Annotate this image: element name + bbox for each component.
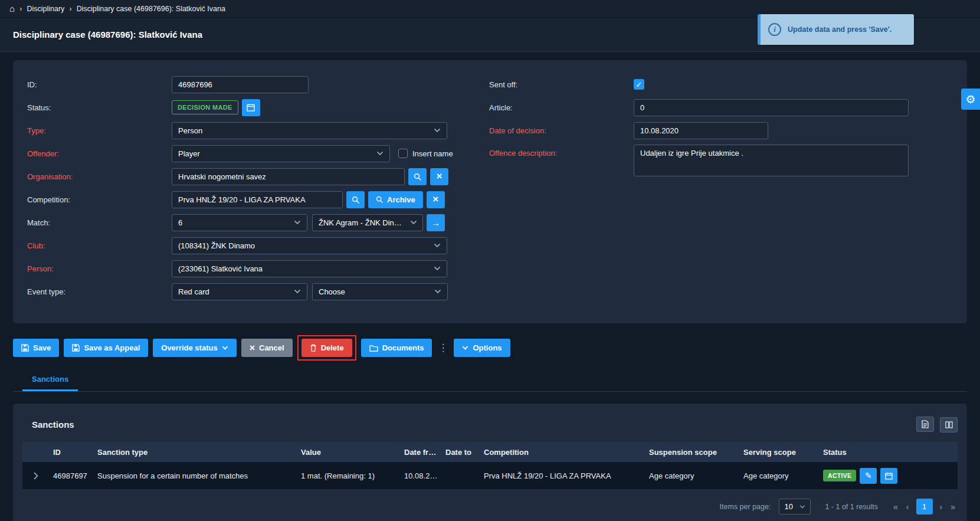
row-edit-button[interactable]: ✎ [860,468,877,484]
save-as-appeal-button[interactable]: Save as Appeal [64,339,148,357]
organisation-clear-button[interactable]: × [430,168,448,185]
breadcrumb-separator-icon: › [69,4,71,13]
competition-archive-button[interactable]: Archive [368,191,423,208]
calendar-icon [885,472,893,480]
sent-off-checkbox[interactable]: ✓ [634,79,644,90]
competition-search-button[interactable] [346,191,365,208]
event-type-select[interactable]: Red card [172,283,307,300]
page-number-button[interactable]: 1 [916,499,933,515]
settings-gear-button[interactable]: ⚙ [961,89,980,110]
sanctions-title: Sanctions [32,420,74,430]
main-content: ID: Status: DECISION MADE Type: Person [0,52,980,521]
actions-toolbar: Save Save as Appeal Override status × Ca… [13,335,967,361]
offence-description-label: Offence description: [489,145,634,158]
insert-name-checkbox[interactable] [398,149,408,158]
last-page-icon[interactable]: » [949,502,956,512]
check-icon: ✓ [636,80,643,89]
breadcrumb-item-disciplinary[interactable]: Disciplinary [27,5,64,13]
column-header-date-from[interactable]: Date from [401,448,442,457]
column-header-id[interactable]: ID [50,448,94,457]
date-of-decision-input[interactable] [634,122,768,139]
column-header-competition[interactable]: Competition [480,448,645,457]
row-value: 1 mat. (Remaining: 1) [297,471,401,480]
column-header-serving-scope[interactable]: Serving scope [740,448,820,457]
column-header-suspension-scope[interactable]: Suspension scope [645,448,740,457]
search-icon [414,173,421,181]
delete-button-label: Delete [321,343,344,352]
column-header-status[interactable]: Status [820,448,958,457]
type-select[interactable]: Person [172,122,447,139]
documents-button-label: Documents [382,343,424,352]
options-button-label: Options [473,343,502,352]
table-row: 46987697 Suspension for a certain number… [22,462,958,489]
close-icon: × [432,194,438,205]
documents-button[interactable]: Documents [361,339,432,357]
match-select[interactable]: ŽNK Agram - ŽNK Dinamo [312,214,423,231]
chevron-down-icon [462,345,468,351]
save-button[interactable]: Save [13,339,59,357]
chevron-down-icon [434,127,441,134]
previous-page-icon[interactable]: ‹ [905,502,910,512]
tabs-bar: Sanctions [13,370,967,392]
status-badge: ACTIVE [823,470,856,481]
delete-button[interactable]: Delete [301,339,352,357]
organisation-search-button[interactable] [408,168,427,185]
chevron-down-icon [294,288,301,295]
override-status-button[interactable]: Override status [153,339,236,357]
more-actions-icon[interactable]: ⋮ [438,342,448,354]
export-button[interactable] [916,417,934,432]
next-page-icon[interactable]: › [939,502,944,512]
column-header-sanction-type[interactable]: Sanction type [94,448,297,457]
chevron-down-icon [376,150,384,157]
tab-sanctions[interactable]: Sanctions [22,370,78,391]
first-page-icon[interactable]: « [892,502,899,512]
status-history-button[interactable] [242,99,260,116]
event-subtype-select[interactable]: Choose [312,283,448,300]
club-select[interactable]: (108341) ŽNK Dinamo [172,237,447,254]
type-select-value: Person [178,126,202,135]
search-icon [376,196,383,203]
event-subtype-value: Choose [319,287,345,296]
cancel-button[interactable]: × Cancel [241,339,293,357]
organisation-input[interactable] [172,168,405,185]
folder-icon [369,345,378,352]
match-label: Match: [27,218,172,227]
chevron-down-icon [434,242,441,249]
columns-icon [945,421,953,428]
status-badge: DECISION MADE [172,100,238,114]
match-round-select[interactable]: 6 [172,214,307,231]
id-input[interactable] [172,76,309,93]
chevron-down-icon [222,345,228,351]
trash-icon [310,344,317,352]
chevron-down-icon [434,288,441,295]
column-header-date-to[interactable]: Date to [442,448,480,457]
offence-description-textarea[interactable]: Udaljen iz igre Prije utakmice . [634,145,909,176]
row-expand-chevron-icon[interactable] [34,472,39,480]
sanctions-panel: Sanctions ID Sanction type Value Date fr… [13,404,967,521]
document-export-icon [922,420,929,428]
form-left-column: ID: Status: DECISION MADE Type: Person [27,76,467,306]
row-serving-scope: Age category [740,471,820,480]
match-go-button[interactable]: → [427,214,445,231]
type-label: Type: [27,126,172,135]
column-header-value[interactable]: Value [297,448,401,457]
article-input[interactable] [634,99,909,116]
items-per-page-label: Items per page: [720,503,771,511]
page-title: Disciplinary case (46987696): Slatković … [13,30,202,40]
row-competition: Prva HNLŽ 19/20 - LIGA ZA PRVAKA [480,471,645,480]
chevron-down-icon [410,219,417,226]
row-date-from: 10.08.2020 [401,471,442,480]
row-calendar-button[interactable] [880,468,897,484]
competition-input[interactable] [172,191,343,208]
date-of-decision-label: Date of decision: [489,126,634,135]
home-icon[interactable]: ⌂ [9,4,15,13]
competition-clear-button[interactable]: × [427,191,445,208]
offender-select[interactable]: Player [172,145,390,162]
sanctions-toolbar [913,417,958,432]
columns-button[interactable] [940,417,958,432]
options-button[interactable]: Options [454,339,510,357]
save-icon [72,344,80,352]
person-select[interactable]: (233061) Slatković Ivana [172,260,447,277]
club-label: Club: [27,241,172,250]
items-per-page-select[interactable]: 10 [779,499,811,515]
